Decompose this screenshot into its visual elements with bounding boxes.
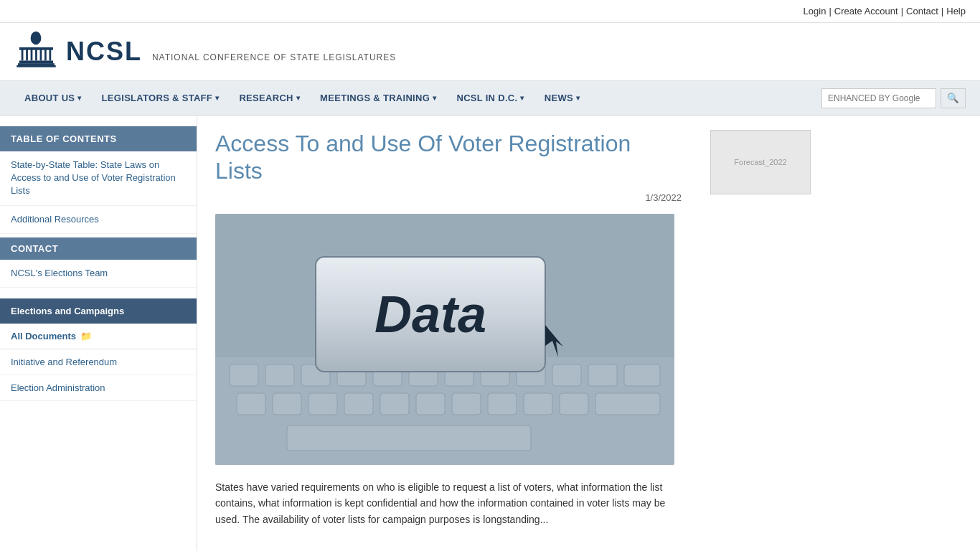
login-link[interactable]: Login bbox=[804, 6, 826, 17]
search-button[interactable]: 🔍 bbox=[941, 88, 966, 108]
main-layout: TABLE OF CONTENTS State-by-State Table: … bbox=[0, 116, 980, 551]
sidebar-link-election-administration[interactable]: Election Administration bbox=[0, 375, 197, 401]
svg-rect-36 bbox=[560, 393, 588, 415]
folder-icon: 📁 bbox=[80, 331, 92, 342]
article-image: Data bbox=[215, 214, 674, 465]
svg-rect-27 bbox=[237, 393, 265, 415]
article-title: Access To and Use Of Voter Registration … bbox=[215, 130, 682, 185]
nav-bar: ABOUT US ▾ LEGISLATORS & STAFF ▾ RESEARC… bbox=[0, 81, 980, 116]
toc-header: TABLE OF CONTENTS bbox=[0, 126, 197, 151]
separator2: | bbox=[901, 6, 903, 17]
logo-text-area: NCSL NATIONAL CONFERENCE OF STATE LEGISL… bbox=[66, 37, 396, 67]
svg-rect-8 bbox=[49, 49, 51, 61]
nav-ncsl-dc[interactable]: NCSL IN D.C. ▾ bbox=[446, 81, 534, 116]
nav-meetings-training[interactable]: MEETINGS & TRAINING ▾ bbox=[310, 81, 446, 116]
svg-rect-31 bbox=[380, 393, 409, 415]
chevron-down-icon: ▾ bbox=[576, 94, 580, 102]
help-link[interactable]: Help bbox=[946, 6, 966, 17]
svg-rect-15 bbox=[230, 364, 258, 386]
svg-rect-33 bbox=[452, 393, 481, 415]
contact-topbar-link[interactable]: Contact bbox=[906, 6, 938, 17]
forecast-image: Forecast_2022 bbox=[710, 130, 811, 194]
svg-rect-7 bbox=[44, 49, 47, 61]
svg-rect-12 bbox=[17, 65, 55, 67]
svg-text:Data: Data bbox=[374, 286, 486, 343]
top-bar: Login | Create Account | Contact | Help bbox=[0, 0, 980, 23]
svg-rect-35 bbox=[524, 393, 552, 415]
nav-news[interactable]: NEWS ▾ bbox=[534, 81, 590, 116]
logo-area[interactable]: NCSL NATIONAL CONFERENCE OF STATE LEGISL… bbox=[14, 30, 396, 73]
svg-rect-34 bbox=[488, 393, 517, 415]
svg-rect-26 bbox=[624, 364, 660, 386]
nav-items: ABOUT US ▾ LEGISLATORS & STAFF ▾ RESEARC… bbox=[14, 81, 821, 116]
right-sidebar: Forecast_2022 bbox=[699, 116, 829, 551]
chevron-down-icon: ▾ bbox=[296, 94, 300, 102]
sidebar-link-state-table[interactable]: State-by-State Table: State Laws on Acce… bbox=[0, 151, 197, 206]
nav-research[interactable]: RESEARCH ▾ bbox=[229, 81, 310, 116]
svg-rect-32 bbox=[416, 393, 445, 415]
svg-rect-2 bbox=[22, 49, 24, 61]
chevron-down-icon: ▾ bbox=[215, 94, 219, 102]
logo-subtitle: NATIONAL CONFERENCE OF STATE LEGISLATURE… bbox=[152, 52, 396, 62]
logo-acronym: NCSL bbox=[66, 37, 142, 66]
all-docs-label: All Documents bbox=[11, 331, 76, 342]
svg-rect-10 bbox=[19, 60, 53, 63]
article-body: States have varied requirements on who i… bbox=[215, 479, 682, 527]
separator3: | bbox=[941, 6, 943, 17]
sidebar-all-docs[interactable]: All Documents 📁 bbox=[0, 324, 197, 349]
nav-search: 🔍 bbox=[821, 88, 966, 108]
article-image-content: Data bbox=[215, 214, 674, 465]
svg-rect-4 bbox=[31, 49, 33, 61]
ncsl-logo-icon bbox=[14, 30, 57, 73]
nav-about-us[interactable]: ABOUT US ▾ bbox=[14, 81, 92, 116]
search-icon: 🔍 bbox=[947, 93, 959, 103]
sidebar: TABLE OF CONTENTS State-by-State Table: … bbox=[0, 116, 197, 551]
svg-rect-1 bbox=[34, 37, 38, 42]
sidebar-link-elections-team[interactable]: NCSL's Elections Team bbox=[0, 260, 197, 288]
chevron-down-icon: ▾ bbox=[433, 94, 436, 102]
svg-rect-30 bbox=[344, 393, 373, 415]
svg-rect-38 bbox=[287, 425, 531, 451]
content-area: Access To and Use Of Voter Registration … bbox=[197, 116, 699, 551]
svg-rect-24 bbox=[552, 364, 581, 386]
sidebar-category-elections[interactable]: Elections and Campaigns bbox=[0, 298, 197, 324]
nav-legislators[interactable]: LEGISLATORS & STAFF ▾ bbox=[92, 81, 230, 116]
svg-rect-9 bbox=[19, 47, 53, 50]
site-header: NCSL NATIONAL CONFERENCE OF STATE LEGISL… bbox=[0, 23, 980, 81]
contact-header: CONTACT bbox=[0, 237, 197, 260]
search-input[interactable] bbox=[821, 88, 936, 108]
create-account-link[interactable]: Create Account bbox=[834, 6, 898, 17]
chevron-down-icon: ▾ bbox=[77, 94, 81, 102]
svg-rect-5 bbox=[35, 49, 37, 61]
svg-rect-11 bbox=[18, 63, 55, 65]
svg-rect-29 bbox=[308, 393, 337, 415]
svg-rect-3 bbox=[26, 49, 28, 61]
svg-rect-16 bbox=[265, 364, 294, 386]
chevron-down-icon: ▾ bbox=[520, 94, 524, 102]
sidebar-link-additional-resources[interactable]: Additional Resources bbox=[0, 206, 197, 234]
svg-rect-28 bbox=[273, 393, 301, 415]
sidebar-link-initiative-referendum[interactable]: Initiative and Referendum bbox=[0, 349, 197, 375]
article-date: 1/3/2022 bbox=[215, 192, 682, 203]
svg-rect-25 bbox=[588, 364, 617, 386]
separator1: | bbox=[829, 6, 831, 17]
forecast-label: Forecast_2022 bbox=[734, 158, 786, 166]
svg-rect-6 bbox=[40, 49, 42, 61]
svg-rect-37 bbox=[595, 393, 660, 415]
